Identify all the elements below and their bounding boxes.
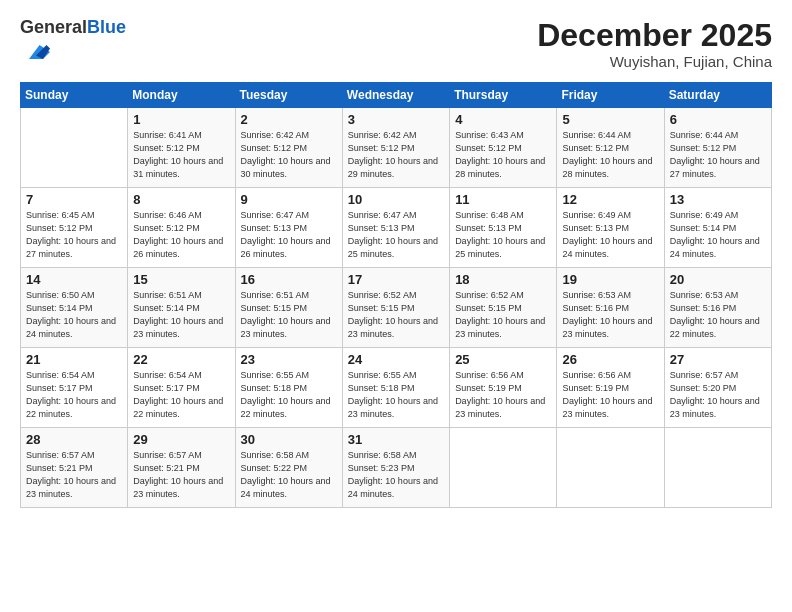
day-number: 31 (348, 432, 444, 447)
day-info: Sunrise: 6:54 AMSunset: 5:17 PMDaylight:… (26, 369, 122, 421)
calendar-cell (450, 428, 557, 508)
day-info: Sunrise: 6:43 AMSunset: 5:12 PMDaylight:… (455, 129, 551, 181)
day-info: Sunrise: 6:52 AMSunset: 5:15 PMDaylight:… (348, 289, 444, 341)
day-number: 28 (26, 432, 122, 447)
day-info: Sunrise: 6:52 AMSunset: 5:15 PMDaylight:… (455, 289, 551, 341)
day-info: Sunrise: 6:56 AMSunset: 5:19 PMDaylight:… (562, 369, 658, 421)
day-info: Sunrise: 6:58 AMSunset: 5:22 PMDaylight:… (241, 449, 337, 501)
calendar-cell: 16Sunrise: 6:51 AMSunset: 5:15 PMDayligh… (235, 268, 342, 348)
day-info: Sunrise: 6:48 AMSunset: 5:13 PMDaylight:… (455, 209, 551, 261)
day-number: 17 (348, 272, 444, 287)
day-info: Sunrise: 6:50 AMSunset: 5:14 PMDaylight:… (26, 289, 122, 341)
day-info: Sunrise: 6:53 AMSunset: 5:16 PMDaylight:… (562, 289, 658, 341)
calendar-cell: 1Sunrise: 6:41 AMSunset: 5:12 PMDaylight… (128, 108, 235, 188)
weekday-header: Tuesday (235, 83, 342, 108)
calendar-cell: 23Sunrise: 6:55 AMSunset: 5:18 PMDayligh… (235, 348, 342, 428)
day-number: 15 (133, 272, 229, 287)
title-block: December 2025 Wuyishan, Fujian, China (537, 18, 772, 70)
calendar-cell: 8Sunrise: 6:46 AMSunset: 5:12 PMDaylight… (128, 188, 235, 268)
day-info: Sunrise: 6:55 AMSunset: 5:18 PMDaylight:… (348, 369, 444, 421)
day-number: 24 (348, 352, 444, 367)
day-number: 16 (241, 272, 337, 287)
logo-general: General (20, 17, 87, 37)
weekday-header: Sunday (21, 83, 128, 108)
day-info: Sunrise: 6:44 AMSunset: 5:12 PMDaylight:… (562, 129, 658, 181)
calendar-cell: 26Sunrise: 6:56 AMSunset: 5:19 PMDayligh… (557, 348, 664, 428)
day-number: 10 (348, 192, 444, 207)
calendar-cell: 24Sunrise: 6:55 AMSunset: 5:18 PMDayligh… (342, 348, 449, 428)
calendar-cell: 25Sunrise: 6:56 AMSunset: 5:19 PMDayligh… (450, 348, 557, 428)
day-number: 20 (670, 272, 766, 287)
calendar-page: GeneralBlue December 2025 Wuyishan, Fuji… (0, 0, 792, 612)
calendar-week-row: 21Sunrise: 6:54 AMSunset: 5:17 PMDayligh… (21, 348, 772, 428)
day-number: 4 (455, 112, 551, 127)
calendar-cell: 18Sunrise: 6:52 AMSunset: 5:15 PMDayligh… (450, 268, 557, 348)
calendar-cell (21, 108, 128, 188)
calendar-week-row: 7Sunrise: 6:45 AMSunset: 5:12 PMDaylight… (21, 188, 772, 268)
day-number: 6 (670, 112, 766, 127)
calendar-cell: 14Sunrise: 6:50 AMSunset: 5:14 PMDayligh… (21, 268, 128, 348)
day-info: Sunrise: 6:58 AMSunset: 5:23 PMDaylight:… (348, 449, 444, 501)
day-number: 9 (241, 192, 337, 207)
day-number: 27 (670, 352, 766, 367)
calendar-cell: 10Sunrise: 6:47 AMSunset: 5:13 PMDayligh… (342, 188, 449, 268)
day-number: 2 (241, 112, 337, 127)
calendar-cell: 13Sunrise: 6:49 AMSunset: 5:14 PMDayligh… (664, 188, 771, 268)
calendar-week-row: 14Sunrise: 6:50 AMSunset: 5:14 PMDayligh… (21, 268, 772, 348)
day-number: 30 (241, 432, 337, 447)
day-number: 12 (562, 192, 658, 207)
weekday-header: Monday (128, 83, 235, 108)
calendar-table: SundayMondayTuesdayWednesdayThursdayFrid… (20, 82, 772, 508)
day-number: 19 (562, 272, 658, 287)
weekday-header: Friday (557, 83, 664, 108)
calendar-cell: 2Sunrise: 6:42 AMSunset: 5:12 PMDaylight… (235, 108, 342, 188)
calendar-cell: 17Sunrise: 6:52 AMSunset: 5:15 PMDayligh… (342, 268, 449, 348)
day-info: Sunrise: 6:47 AMSunset: 5:13 PMDaylight:… (348, 209, 444, 261)
day-info: Sunrise: 6:57 AMSunset: 5:20 PMDaylight:… (670, 369, 766, 421)
day-info: Sunrise: 6:51 AMSunset: 5:14 PMDaylight:… (133, 289, 229, 341)
day-number: 13 (670, 192, 766, 207)
calendar-cell: 22Sunrise: 6:54 AMSunset: 5:17 PMDayligh… (128, 348, 235, 428)
logo-icon (22, 38, 50, 66)
day-number: 25 (455, 352, 551, 367)
calendar-cell: 28Sunrise: 6:57 AMSunset: 5:21 PMDayligh… (21, 428, 128, 508)
day-info: Sunrise: 6:56 AMSunset: 5:19 PMDaylight:… (455, 369, 551, 421)
day-info: Sunrise: 6:57 AMSunset: 5:21 PMDaylight:… (133, 449, 229, 501)
day-number: 22 (133, 352, 229, 367)
calendar-week-row: 28Sunrise: 6:57 AMSunset: 5:21 PMDayligh… (21, 428, 772, 508)
day-number: 3 (348, 112, 444, 127)
calendar-cell: 29Sunrise: 6:57 AMSunset: 5:21 PMDayligh… (128, 428, 235, 508)
day-info: Sunrise: 6:49 AMSunset: 5:14 PMDaylight:… (670, 209, 766, 261)
calendar-cell: 15Sunrise: 6:51 AMSunset: 5:14 PMDayligh… (128, 268, 235, 348)
day-info: Sunrise: 6:55 AMSunset: 5:18 PMDaylight:… (241, 369, 337, 421)
weekday-header: Saturday (664, 83, 771, 108)
day-info: Sunrise: 6:46 AMSunset: 5:12 PMDaylight:… (133, 209, 229, 261)
calendar-cell: 11Sunrise: 6:48 AMSunset: 5:13 PMDayligh… (450, 188, 557, 268)
calendar-cell: 19Sunrise: 6:53 AMSunset: 5:16 PMDayligh… (557, 268, 664, 348)
day-number: 18 (455, 272, 551, 287)
logo-blue: Blue (87, 17, 126, 37)
day-info: Sunrise: 6:42 AMSunset: 5:12 PMDaylight:… (348, 129, 444, 181)
location: Wuyishan, Fujian, China (537, 53, 772, 70)
calendar-week-row: 1Sunrise: 6:41 AMSunset: 5:12 PMDaylight… (21, 108, 772, 188)
day-number: 11 (455, 192, 551, 207)
day-number: 21 (26, 352, 122, 367)
weekday-header: Thursday (450, 83, 557, 108)
calendar-cell: 31Sunrise: 6:58 AMSunset: 5:23 PMDayligh… (342, 428, 449, 508)
calendar-cell: 27Sunrise: 6:57 AMSunset: 5:20 PMDayligh… (664, 348, 771, 428)
calendar-cell: 3Sunrise: 6:42 AMSunset: 5:12 PMDaylight… (342, 108, 449, 188)
day-info: Sunrise: 6:41 AMSunset: 5:12 PMDaylight:… (133, 129, 229, 181)
day-info: Sunrise: 6:51 AMSunset: 5:15 PMDaylight:… (241, 289, 337, 341)
day-number: 26 (562, 352, 658, 367)
calendar-cell: 21Sunrise: 6:54 AMSunset: 5:17 PMDayligh… (21, 348, 128, 428)
day-info: Sunrise: 6:49 AMSunset: 5:13 PMDaylight:… (562, 209, 658, 261)
weekday-header: Wednesday (342, 83, 449, 108)
calendar-cell: 20Sunrise: 6:53 AMSunset: 5:16 PMDayligh… (664, 268, 771, 348)
day-info: Sunrise: 6:44 AMSunset: 5:12 PMDaylight:… (670, 129, 766, 181)
day-number: 29 (133, 432, 229, 447)
calendar-cell: 12Sunrise: 6:49 AMSunset: 5:13 PMDayligh… (557, 188, 664, 268)
calendar-cell: 7Sunrise: 6:45 AMSunset: 5:12 PMDaylight… (21, 188, 128, 268)
logo: GeneralBlue (20, 18, 126, 70)
day-number: 8 (133, 192, 229, 207)
day-number: 5 (562, 112, 658, 127)
